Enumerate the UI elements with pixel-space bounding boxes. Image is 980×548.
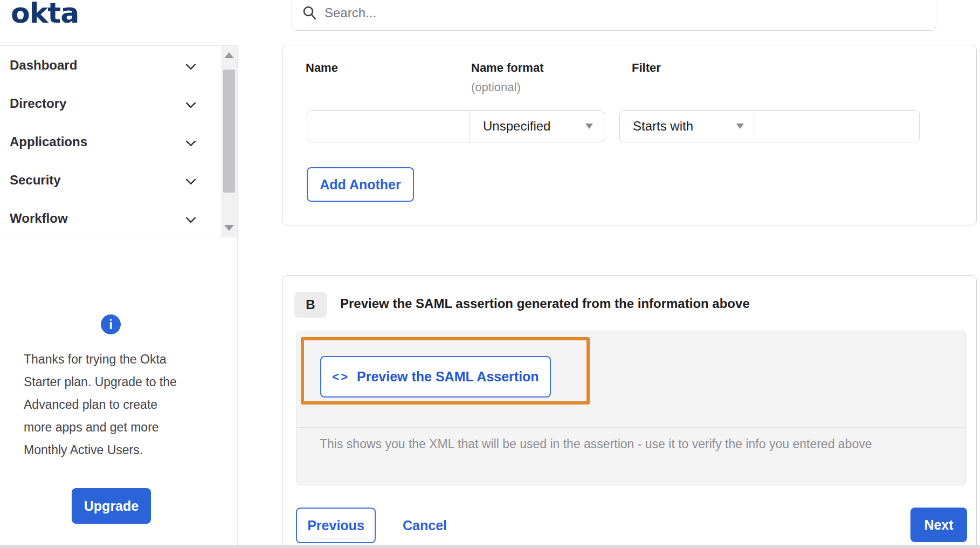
sidebar-divider <box>237 45 238 545</box>
name-format-column-label: Name format <box>471 61 543 75</box>
scroll-up-button[interactable] <box>221 48 237 62</box>
name-column-label: Name <box>306 61 338 75</box>
search-icon <box>302 5 317 20</box>
chevron-down-icon <box>185 136 196 147</box>
next-button[interactable]: Next <box>910 508 967 542</box>
search-bar <box>292 0 936 31</box>
chevron-down-icon <box>185 213 196 224</box>
sidebar-item-dashboard[interactable]: Dashboard <box>0 46 237 84</box>
scrollbar-thumb[interactable] <box>223 70 235 193</box>
filter-type-selected-value: Starts with <box>633 119 693 134</box>
sidebar-item-directory[interactable]: Directory <box>0 84 237 122</box>
caret-down-icon <box>585 124 593 129</box>
sidebar-item-workflow[interactable]: Workflow <box>0 199 237 237</box>
preview-saml-assertion-label: Preview the SAML Assertion <box>357 369 539 385</box>
filter-group: Starts with <box>619 110 920 142</box>
search-input[interactable] <box>317 0 936 30</box>
bottom-edge-strip <box>0 545 980 548</box>
preview-saml-panel: B Preview the SAML assertion generated f… <box>282 275 977 548</box>
sidebar-item-label: Applications <box>10 134 87 149</box>
okta-logo[interactable]: okta <box>11 0 79 29</box>
okta-admin-app: okta Dashboard Directory Applications Se… <box>0 0 980 548</box>
step-b-badge: B <box>294 292 327 318</box>
upgrade-button[interactable]: Upgrade <box>72 488 151 524</box>
name-format-optional-hint: (optional) <box>471 80 521 94</box>
filter-column-label: Filter <box>632 61 661 75</box>
chevron-down-icon <box>185 98 196 109</box>
upgrade-message: Thanks for trying the Okta Starter plan.… <box>24 348 188 461</box>
attribute-name-input[interactable] <box>307 111 470 142</box>
preview-saml-assertion-button[interactable]: <> Preview the SAML Assertion <box>320 356 551 398</box>
sidebar-scrollbar[interactable] <box>221 46 237 237</box>
caret-down-icon <box>736 124 744 129</box>
name-format-selected-value: Unspecified <box>483 119 550 134</box>
chevron-down-icon <box>185 175 196 186</box>
sidebar-item-applications[interactable]: Applications <box>0 122 237 161</box>
previous-button[interactable]: Previous <box>296 508 376 543</box>
sidebar-nav: Dashboard Directory Applications Securit… <box>0 45 237 237</box>
name-and-format-group: Unspecified <box>307 110 604 142</box>
filter-value-input[interactable] <box>755 111 919 142</box>
chevron-down-icon <box>185 60 196 71</box>
assertion-preview-box: <> Preview the SAML Assertion This shows… <box>296 331 966 485</box>
add-another-button[interactable]: Add Another <box>307 167 414 202</box>
sidebar-item-label: Directory <box>10 96 66 111</box>
info-icon: i <box>101 314 121 334</box>
sidebar-item-label: Security <box>10 173 61 188</box>
name-format-select[interactable]: Unspecified <box>470 111 604 142</box>
sidebar-item-label: Dashboard <box>10 58 77 73</box>
filter-type-select[interactable]: Starts with <box>620 111 755 142</box>
attribute-statements-panel: Name Name format (optional) Filter Unspe… <box>282 45 977 225</box>
sidebar-item-security[interactable]: Security <box>0 161 237 199</box>
preview-box-divider <box>297 427 965 428</box>
scroll-down-button[interactable] <box>221 221 237 235</box>
triangle-down-icon <box>224 225 234 231</box>
code-icon: <> <box>332 370 349 384</box>
triangle-up-icon <box>224 52 234 58</box>
sidebar-item-label: Workflow <box>10 211 68 226</box>
assertion-description: This shows you the XML that will be used… <box>320 437 872 451</box>
preview-section-title: Preview the SAML assertion generated fro… <box>340 296 750 311</box>
cancel-button[interactable]: Cancel <box>403 508 447 543</box>
